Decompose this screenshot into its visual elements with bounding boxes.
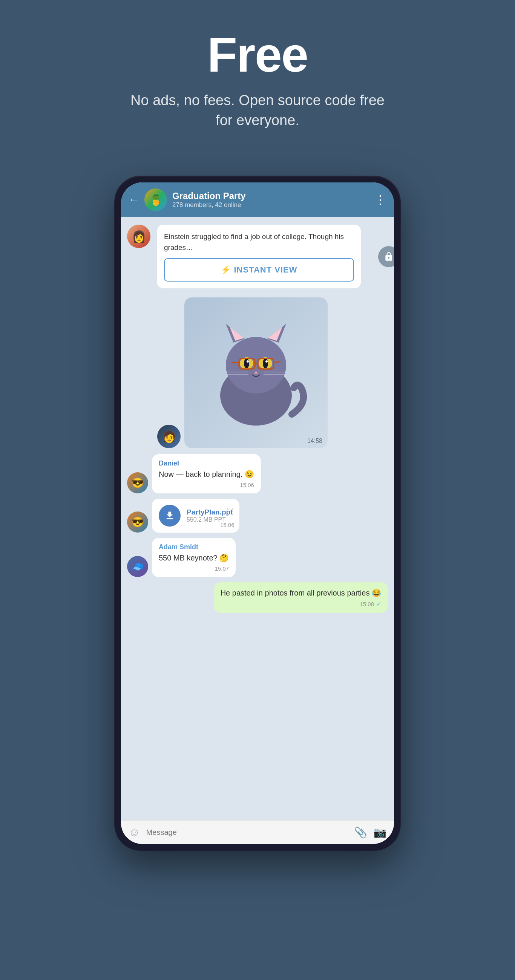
daniel-bubble: Daniel Now — back to planning. 😉 15:06 bbox=[152, 454, 261, 493]
file-time-footer: 15:06 bbox=[220, 522, 234, 528]
daniel-bubble-text: Now — back to planning. 😉 bbox=[159, 469, 254, 479]
article-preview-text: Einstein struggled to find a job out of … bbox=[164, 231, 354, 253]
svg-point-8 bbox=[244, 358, 249, 368]
daniel-bubble-footer: 15:06 bbox=[159, 482, 254, 488]
sticker-sender-avatar: 🧑 bbox=[157, 425, 180, 448]
daniel-sender-name: Daniel bbox=[159, 460, 254, 468]
article-message-container: 👩 Einstein struggled to find a job out o… bbox=[127, 224, 388, 288]
adam-bubble-footer: 15:07 bbox=[159, 565, 229, 572]
svg-point-9 bbox=[263, 358, 268, 368]
adam-bubble: Adam Smidt 550 MB keynote? 🤔 15:07 bbox=[152, 538, 236, 577]
sticker-time: 14:58 bbox=[307, 438, 322, 444]
file-bubble: PartyPlan.ppt 550.2 MB PPT ⋯ 15:06 bbox=[152, 499, 239, 533]
share-button[interactable] bbox=[378, 246, 394, 267]
instant-view-button[interactable]: ⚡ INSTANT VIEW bbox=[164, 258, 354, 282]
file-menu-button[interactable]: ⋯ bbox=[226, 504, 234, 514]
own-bubble: He pasted in photos from all previous pa… bbox=[214, 582, 388, 613]
camera-button[interactable]: 📷 bbox=[373, 826, 386, 838]
phone-outer: ← 🍍 Graduation Party 278 members, 42 onl… bbox=[114, 176, 401, 851]
sticker-message: 🧑 A = πr²V = l³P = 2πrs = √(r²+h²)A = πr… bbox=[157, 298, 388, 448]
male-hoodie-avatar: 🧑 bbox=[157, 425, 180, 448]
daniel-avatar: 😎 bbox=[127, 472, 148, 493]
adam-bubble-text: 550 MB keynote? 🤔 bbox=[159, 552, 229, 563]
read-tick-icon: ✓ bbox=[376, 600, 381, 608]
attach-button[interactable]: 📎 bbox=[354, 826, 367, 838]
daniel-message-row: 😎 Daniel Now — back to planning. 😉 15:06 bbox=[127, 454, 388, 493]
own-msg-time: 15:08 bbox=[360, 601, 374, 607]
file-download-button[interactable] bbox=[159, 505, 180, 527]
emoji-button[interactable]: ☺ bbox=[129, 826, 140, 838]
group-status: 278 members, 42 online bbox=[172, 201, 369, 209]
lightning-icon: ⚡ bbox=[220, 265, 231, 275]
article-sender-avatar: 👩 bbox=[127, 224, 150, 248]
phone-wrapper: ← 🍍 Graduation Party 278 members, 42 onl… bbox=[114, 176, 401, 851]
daniel-msg-time: 15:06 bbox=[240, 482, 254, 488]
phone-inner: ← 🍍 Graduation Party 278 members, 42 onl… bbox=[121, 183, 394, 844]
hero-section: Free No ads, no fees. Open source code f… bbox=[0, 0, 515, 153]
chat-header: ← 🍍 Graduation Party 278 members, 42 onl… bbox=[121, 183, 394, 217]
hero-subtitle: No ads, no fees. Open source code free f… bbox=[126, 91, 389, 130]
chat-info: Graduation Party 278 members, 42 online bbox=[172, 191, 369, 209]
own-bubble-text: He pasted in photos from all previous pa… bbox=[220, 588, 381, 598]
file-msg-time: 15:06 bbox=[220, 522, 234, 528]
female-avatar: 👩 bbox=[127, 224, 150, 248]
adam-avatar: 🧢 bbox=[127, 556, 148, 577]
file-sender-avatar: 😎 bbox=[127, 511, 148, 533]
svg-point-1 bbox=[226, 337, 286, 393]
cat-sticker-svg bbox=[203, 312, 309, 433]
group-name: Graduation Party bbox=[172, 191, 369, 201]
own-bubble-footer: 15:08 ✓ bbox=[220, 600, 381, 608]
hero-title: Free bbox=[207, 30, 308, 79]
svg-point-10 bbox=[247, 360, 249, 363]
header-menu-button[interactable]: ⋮ bbox=[375, 192, 386, 207]
svg-point-11 bbox=[265, 360, 268, 363]
adam-message-row: 🧢 Adam Smidt 550 MB keynote? 🤔 15:07 bbox=[127, 538, 388, 577]
adam-sender-name: Adam Smidt bbox=[159, 543, 229, 551]
group-avatar: 🍍 bbox=[144, 188, 167, 211]
back-button[interactable]: ← bbox=[129, 194, 139, 206]
messages-area: 👩 Einstein struggled to find a job out o… bbox=[121, 217, 394, 820]
sticker-container: A = πr²V = l³P = 2πrs = √(r²+h²)A = πr² … bbox=[184, 298, 328, 448]
file-message-row: 😎 PartyPlan.ppt 550.2 MB PPT ⋯ 15:06 bbox=[127, 499, 388, 533]
instant-view-label: INSTANT VIEW bbox=[234, 265, 297, 275]
input-bar: ☺ 📎 📷 bbox=[121, 820, 394, 844]
own-message-row: He pasted in photos from all previous pa… bbox=[127, 582, 388, 613]
article-message: Einstein struggled to find a job out of … bbox=[157, 224, 361, 288]
adam-msg-time: 15:07 bbox=[215, 565, 229, 572]
message-input[interactable] bbox=[146, 828, 348, 837]
